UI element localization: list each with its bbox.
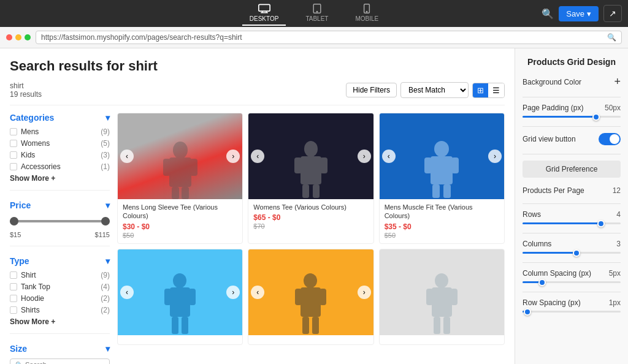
product-card[interactable]: ‹ › bbox=[117, 249, 243, 345]
svg-rect-40 bbox=[426, 289, 433, 305]
divider bbox=[523, 203, 621, 204]
checkbox[interactable] bbox=[10, 140, 17, 147]
topbar-search-button[interactable]: 🔍 bbox=[542, 8, 554, 20]
page-padding-slider[interactable] bbox=[523, 116, 621, 118]
product-card[interactable]: ‹ › Mens Muscle Fit Tee (Various Colours… bbox=[379, 113, 505, 244]
next-image-button[interactable]: › bbox=[226, 286, 240, 299]
next-image-button[interactable]: › bbox=[488, 150, 502, 163]
product-name: Mens Long Sleeve Tee (Various Colours) bbox=[123, 203, 237, 221]
address-bar: https://fastsimon.myshopify.com/pages/se… bbox=[0, 27, 628, 48]
grid-view-button[interactable]: ⊞ bbox=[473, 83, 488, 97]
prev-image-button[interactable]: ‹ bbox=[251, 150, 264, 163]
product-card[interactable]: ‹ › Womens Tee (Various Colours) $65 - $… bbox=[248, 113, 373, 244]
type-filter-title[interactable]: Type ▾ bbox=[10, 256, 110, 266]
tab-desktop[interactable]: DESKTOP bbox=[242, 1, 286, 26]
checkbox[interactable] bbox=[10, 151, 17, 159]
divider bbox=[523, 233, 621, 233]
right-settings-panel: Products Grid Design Background Color + … bbox=[515, 48, 628, 364]
price-max-thumb[interactable] bbox=[101, 217, 110, 226]
tab-mobile[interactable]: MOBILE bbox=[348, 1, 386, 26]
add-color-button[interactable]: + bbox=[614, 75, 621, 88]
size-filter: Size ▾ 🔍 Xxs (1) Xs (11) bbox=[10, 344, 110, 364]
size-search-input[interactable] bbox=[25, 361, 104, 364]
row-spacing-setting: Row Spacing (px) 1px bbox=[523, 298, 621, 313]
filter-item: Tank Top (4) bbox=[10, 282, 110, 291]
slider-thumb[interactable] bbox=[524, 308, 531, 316]
grid-preference-button[interactable]: Grid Preference bbox=[523, 161, 621, 178]
top-bar: DESKTOP TABLET MOBILE 🔍 Save ▾ ↗ bbox=[0, 0, 628, 27]
products-per-page-value: 12 bbox=[613, 186, 621, 195]
price-min-thumb[interactable] bbox=[10, 217, 18, 226]
prev-image-button[interactable]: ‹ bbox=[382, 150, 396, 163]
price-filter: Price ▾ $15 $115 bbox=[10, 200, 110, 246]
next-image-button[interactable]: › bbox=[226, 150, 240, 163]
traffic-lights bbox=[6, 34, 31, 40]
url-text: https://fastsimon.myshopify.com/pages/se… bbox=[41, 33, 242, 42]
categories-filter-title[interactable]: Categories ▾ bbox=[10, 113, 110, 123]
price-slider-track[interactable] bbox=[10, 220, 110, 222]
product-card[interactable] bbox=[379, 249, 505, 345]
size-filter-title[interactable]: Size ▾ bbox=[10, 344, 110, 354]
divider bbox=[523, 126, 621, 127]
share-button[interactable]: ↗ bbox=[603, 5, 622, 22]
svg-rect-28 bbox=[164, 289, 171, 305]
type-show-more[interactable]: Show More + bbox=[10, 317, 110, 326]
checkbox[interactable] bbox=[10, 295, 17, 302]
grid-view-toggle[interactable] bbox=[599, 133, 621, 145]
categories-show-more[interactable]: Show More + bbox=[10, 174, 110, 183]
checkbox[interactable] bbox=[10, 271, 17, 279]
size-search-box[interactable]: 🔍 bbox=[10, 358, 110, 364]
share-icon: ↗ bbox=[609, 9, 616, 18]
products-per-page-label: Products Per Page 12 bbox=[523, 186, 621, 195]
list-view-button[interactable]: ☰ bbox=[488, 83, 504, 97]
slider-thumb[interactable] bbox=[538, 279, 546, 286]
price-filter-title[interactable]: Price ▾ bbox=[10, 200, 110, 210]
svg-point-32 bbox=[304, 273, 317, 288]
column-spacing-slider[interactable] bbox=[523, 281, 621, 283]
product-card[interactable]: ‹ › Mens Long Sleeve Tee (Various Colour… bbox=[117, 113, 243, 244]
content-area: Categories ▾ Mens (9) Womens (5) Kids (3… bbox=[10, 113, 505, 364]
svg-rect-12 bbox=[172, 187, 179, 199]
checkbox[interactable] bbox=[10, 163, 17, 170]
columns-setting: Columns 3 bbox=[523, 240, 621, 254]
next-image-button[interactable]: › bbox=[358, 286, 371, 299]
divider bbox=[523, 97, 621, 97]
slider-thumb[interactable] bbox=[573, 249, 580, 257]
product-image: ‹ › bbox=[380, 113, 504, 199]
url-bar[interactable]: https://fastsimon.myshopify.com/pages/se… bbox=[36, 31, 622, 44]
product-info bbox=[380, 335, 504, 344]
close-traffic-light[interactable] bbox=[6, 34, 12, 40]
sort-select[interactable]: Best Match bbox=[400, 82, 469, 98]
device-tabs: DESKTOP TABLET MOBILE bbox=[242, 1, 386, 26]
grid-view-button-setting: Grid view button bbox=[523, 133, 621, 145]
filter-item: Kids (3) bbox=[10, 151, 110, 159]
product-card[interactable]: ‹ › bbox=[248, 249, 373, 345]
filter-item: Shirts (2) bbox=[10, 306, 110, 314]
product-price: $35 - $0 $50 bbox=[385, 222, 499, 240]
tab-tablet[interactable]: TABLET bbox=[298, 1, 335, 26]
save-button[interactable]: Save ▾ bbox=[559, 6, 599, 21]
prev-image-button[interactable]: ‹ bbox=[120, 150, 134, 163]
next-image-button[interactable]: › bbox=[358, 150, 371, 163]
columns-slider[interactable] bbox=[523, 252, 621, 254]
slider-thumb[interactable] bbox=[592, 113, 600, 121]
prev-image-button[interactable]: ‹ bbox=[251, 286, 264, 299]
checkbox[interactable] bbox=[10, 128, 17, 135]
search-icon: 🔍 bbox=[15, 362, 23, 365]
hide-filters-button[interactable]: Hide Filters bbox=[346, 83, 397, 97]
svg-rect-39 bbox=[432, 287, 452, 317]
checkbox[interactable] bbox=[10, 306, 17, 314]
minimize-traffic-light[interactable] bbox=[15, 34, 21, 40]
slider-thumb[interactable] bbox=[597, 220, 605, 227]
row-spacing-slider[interactable] bbox=[523, 311, 621, 313]
svg-point-5 bbox=[316, 11, 317, 12]
checkbox[interactable] bbox=[10, 283, 17, 290]
slider-fill bbox=[523, 116, 596, 118]
svg-point-7 bbox=[367, 11, 367, 12]
rows-slider[interactable] bbox=[523, 222, 621, 224]
fullscreen-traffic-light[interactable] bbox=[25, 34, 31, 40]
svg-rect-35 bbox=[320, 289, 326, 305]
svg-rect-30 bbox=[172, 317, 178, 334]
svg-rect-17 bbox=[320, 157, 327, 173]
prev-image-button[interactable]: ‹ bbox=[120, 286, 134, 299]
